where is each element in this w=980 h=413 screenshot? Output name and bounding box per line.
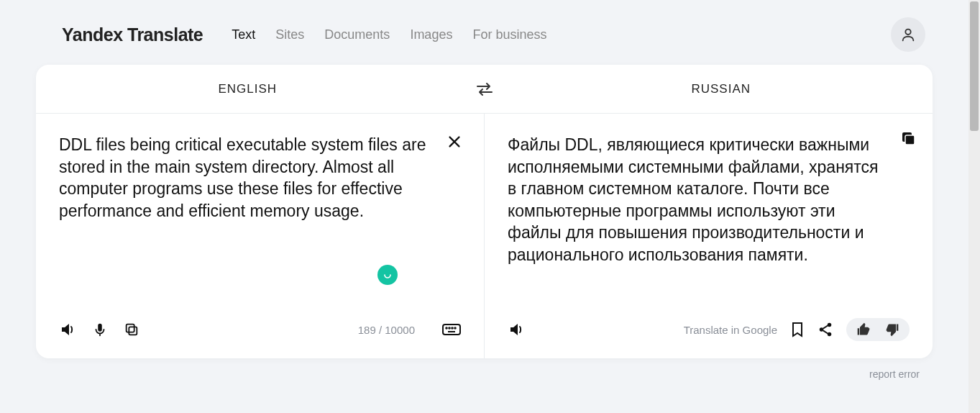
header: Yandex Translate Text Sites Documents Im…: [0, 0, 968, 65]
voice-input-button[interactable]: [92, 322, 108, 337]
svg-point-8: [454, 327, 456, 329]
nav-images[interactable]: Images: [410, 27, 452, 42]
listen-translation-button[interactable]: [508, 321, 525, 338]
thumbs-down-icon: [885, 322, 899, 337]
svg-point-7: [452, 327, 453, 329]
svg-point-13: [828, 323, 832, 327]
browser-scrollbar-thumb[interactable]: [970, 1, 979, 131]
translate-in-google-link[interactable]: Translate in Google: [684, 324, 777, 336]
nav-text[interactable]: Text: [232, 27, 255, 42]
copy-translation-button[interactable]: [899, 130, 917, 147]
source-language-select[interactable]: ENGLISH: [36, 65, 459, 113]
copy-icon: [124, 322, 139, 337]
copy-icon: [899, 130, 917, 147]
translate-card: ENGLISH RUSSIAN DDL files being critical…: [36, 65, 933, 358]
microphone-icon: [92, 322, 108, 337]
user-icon: [900, 27, 916, 42]
thumbs-up-button[interactable]: [856, 322, 871, 337]
copy-source-button[interactable]: [124, 322, 139, 337]
grammarly-badge[interactable]: [377, 265, 398, 285]
close-icon: [447, 134, 462, 150]
clear-input-button[interactable]: [447, 134, 462, 150]
feedback-buttons: [846, 318, 910, 341]
bookmark-button[interactable]: [790, 321, 805, 338]
nav-business[interactable]: For business: [472, 27, 546, 42]
svg-point-12: [820, 327, 824, 332]
svg-rect-3: [127, 324, 134, 332]
thumbs-down-button[interactable]: [885, 322, 899, 337]
svg-point-6: [449, 327, 450, 329]
bookmark-icon: [790, 321, 805, 338]
report-error-link[interactable]: report error: [0, 358, 968, 380]
language-bar: ENGLISH RUSSIAN: [36, 65, 933, 114]
svg-point-5: [446, 327, 447, 329]
svg-point-14: [828, 332, 832, 337]
target-panel: Файлы DDL, являющиеся критически важными…: [485, 114, 933, 358]
swap-languages-button[interactable]: [459, 65, 510, 113]
swap-icon: [475, 81, 494, 97]
logo[interactable]: Yandex Translate: [62, 24, 203, 45]
svg-rect-4: [443, 324, 460, 335]
speaker-icon: [508, 321, 525, 338]
nav-sites[interactable]: Sites: [275, 27, 304, 42]
speaker-icon: [59, 321, 76, 338]
character-count: 189 / 10000: [358, 324, 415, 336]
svg-rect-1: [98, 324, 102, 332]
top-nav: Text Sites Documents Images For business: [232, 27, 546, 42]
browser-scrollbar-track[interactable]: [968, 0, 980, 413]
listen-source-button[interactable]: [59, 321, 76, 338]
nav-documents[interactable]: Documents: [324, 27, 390, 42]
account-button[interactable]: [891, 17, 925, 52]
source-text-input[interactable]: DDL files being critical executable syst…: [59, 134, 433, 222]
target-text-output: Файлы DDL, являющиеся критически важными…: [508, 134, 881, 266]
thumbs-up-icon: [856, 322, 871, 337]
source-panel-footer: 189 / 10000: [59, 308, 461, 351]
keyboard-icon: [442, 322, 461, 337]
smile-icon: [382, 269, 393, 281]
svg-rect-11: [905, 135, 915, 145]
virtual-keyboard-button[interactable]: [442, 322, 461, 337]
target-panel-footer: Translate in Google: [508, 308, 910, 351]
svg-rect-2: [129, 327, 137, 335]
share-icon: [818, 322, 833, 337]
svg-point-0: [905, 30, 910, 35]
target-language-select[interactable]: RUSSIAN: [510, 65, 933, 113]
source-panel: DDL files being critical executable syst…: [36, 114, 485, 358]
share-button[interactable]: [818, 322, 833, 337]
